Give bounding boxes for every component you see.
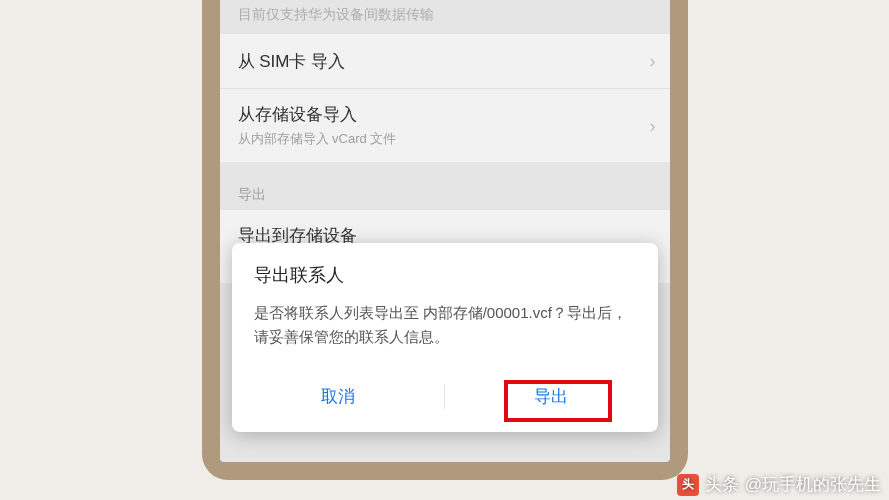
confirm-export-button[interactable]: 导出	[445, 375, 658, 418]
dialog-title: 导出联系人	[232, 263, 658, 301]
export-dialog: 导出联系人 是否将联系人列表导出至 内部存储/00001.vcf？导出后，请妥善…	[232, 243, 658, 432]
cancel-button[interactable]: 取消	[232, 375, 445, 418]
toutiao-logo-icon: 头	[677, 474, 699, 496]
watermark: 头 头条 @玩手机的张先生	[677, 473, 881, 496]
phone-screen: 目前仅支持华为设备间数据传输 从 SIM卡 导入 › 从存储设备导入 从内部存储…	[220, 0, 670, 462]
phone-frame: 目前仅支持华为设备间数据传输 从 SIM卡 导入 › 从存储设备导入 从内部存储…	[202, 0, 688, 480]
dialog-actions: 取消 导出	[232, 367, 658, 432]
dialog-body: 是否将联系人列表导出至 内部存储/00001.vcf？导出后，请妥善保管您的联系…	[232, 301, 658, 367]
watermark-author: @玩手机的张先生	[745, 473, 881, 496]
watermark-prefix: 头条	[705, 473, 739, 496]
